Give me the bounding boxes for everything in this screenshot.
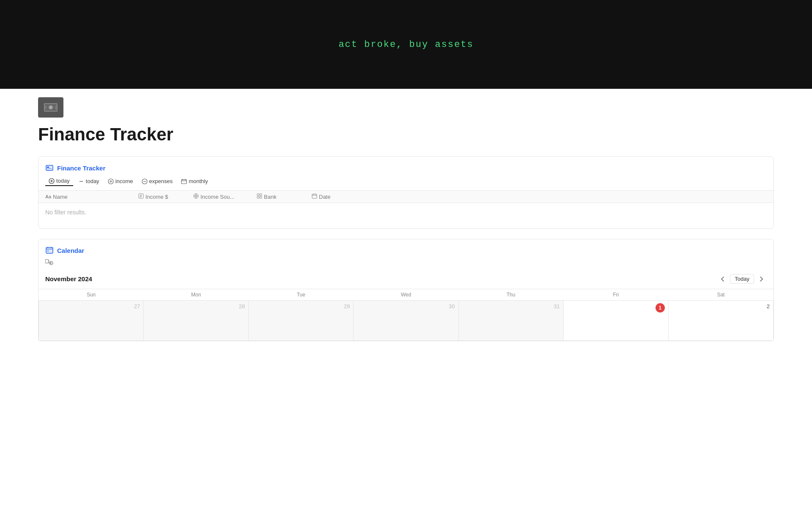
- cal-nav-right: Today: [717, 274, 767, 284]
- monthly-filter[interactable]: monthly: [178, 177, 211, 186]
- hero-tagline: act broke, buy assets: [338, 39, 473, 50]
- col-date-label: Date: [319, 194, 330, 200]
- income-filter-label: income: [115, 178, 133, 184]
- col-sun: Sun: [39, 289, 144, 301]
- calendar-grid: Sun Mon Tue Wed Thu Fri Sat 27 28: [38, 289, 774, 341]
- today-filter-label: today: [86, 178, 99, 184]
- day-num-27: 27: [42, 303, 140, 310]
- cal-db-icon: [45, 246, 54, 255]
- col-source-header[interactable]: Income Sou...: [193, 193, 257, 200]
- cal-cell-31[interactable]: 31: [458, 301, 563, 341]
- income-filter[interactable]: income: [104, 177, 137, 186]
- svg-rect-29: [257, 197, 259, 199]
- svg-text:#: #: [140, 195, 142, 198]
- svg-rect-9: [47, 168, 52, 169]
- cal-prev-button[interactable]: [717, 274, 728, 284]
- svg-rect-30: [260, 197, 262, 199]
- table-header: Aa Name # Income $: [38, 190, 774, 203]
- page-title: Finance Tracker: [38, 124, 774, 145]
- cal-today-button[interactable]: Today: [730, 274, 754, 284]
- calendar-days-header: Sun Mon Tue Wed Thu Fri Sat: [39, 289, 774, 301]
- svg-rect-4: [45, 106, 47, 109]
- day-num-1: 1: [567, 303, 665, 312]
- finance-tracker-link[interactable]: Finance Tracker: [57, 164, 105, 172]
- cal-cell-30[interactable]: 30: [354, 301, 458, 341]
- svg-rect-19: [181, 179, 187, 184]
- col-date-header[interactable]: Date: [312, 193, 367, 200]
- add-today-filter[interactable]: today: [45, 176, 73, 186]
- plus-circle-icon: [49, 178, 55, 184]
- svg-rect-28: [260, 194, 262, 196]
- cal-cell-29[interactable]: 29: [249, 301, 354, 341]
- source-icon: [193, 193, 199, 200]
- col-fri: Fri: [563, 289, 668, 301]
- expenses-filter-label: expenses: [149, 178, 173, 184]
- day-num-2: 2: [672, 303, 770, 310]
- col-wed: Wed: [354, 289, 458, 301]
- cal-month-label: November 2024: [45, 275, 92, 282]
- svg-rect-6: [46, 165, 53, 170]
- number-icon: #: [138, 193, 144, 200]
- main-content: Finance Tracker Finance Tracker: [0, 118, 812, 358]
- cal-cell-2[interactable]: 2: [668, 301, 773, 341]
- col-mon: Mon: [144, 289, 249, 301]
- calendar-widget: Calendar November 2024: [38, 239, 774, 341]
- filter-bar: today today: [38, 176, 774, 190]
- grid-icon: [257, 193, 262, 200]
- cal-next-button[interactable]: [756, 274, 767, 284]
- svg-rect-5: [55, 106, 57, 109]
- no-results-message: No filter results.: [38, 203, 774, 222]
- cal-filter-row: [38, 259, 774, 271]
- monthly-calendar-icon: [181, 178, 187, 184]
- finance-tracker-widget: Finance Tracker today: [38, 156, 774, 229]
- dash-icon: [78, 178, 84, 184]
- cal-cell-28[interactable]: 28: [144, 301, 249, 341]
- calendar-week-row: 27 28 29 30 31: [39, 301, 774, 341]
- cal-db-header: Calendar: [38, 246, 774, 259]
- expenses-filter[interactable]: expenses: [138, 177, 176, 186]
- svg-rect-31: [312, 194, 317, 198]
- col-name-label: Name: [53, 194, 68, 200]
- cash-icon: [43, 100, 58, 115]
- page-icon: [38, 97, 63, 118]
- today-badge: 1: [656, 303, 665, 312]
- col-income-label: Income $: [145, 194, 168, 200]
- page-icon-area: [0, 89, 812, 118]
- day-num-31: 31: [462, 303, 560, 310]
- svg-rect-41: [45, 260, 49, 263]
- cal-cell-27[interactable]: 27: [39, 301, 144, 341]
- col-sat: Sat: [668, 289, 773, 301]
- col-income-header[interactable]: # Income $: [138, 193, 193, 200]
- day-num-29: 29: [252, 303, 350, 310]
- monthly-filter-label: monthly: [189, 178, 208, 184]
- col-name-header[interactable]: Aa Name: [45, 194, 138, 200]
- day-num-30: 30: [357, 303, 455, 310]
- col-source-label: Income Sou...: [200, 194, 234, 200]
- svg-rect-8: [47, 167, 49, 168]
- db-icon: [45, 164, 54, 172]
- col-tue: Tue: [249, 289, 354, 301]
- cal-cell-1-today[interactable]: 1: [563, 301, 668, 341]
- calendar-link[interactable]: Calendar: [57, 247, 84, 254]
- cal-filter-icon[interactable]: [45, 259, 54, 267]
- col-thu: Thu: [458, 289, 563, 301]
- cal-navigation: November 2024 Today: [38, 271, 774, 289]
- day-num-28: 28: [147, 303, 245, 310]
- text-field-icon: Aa: [45, 194, 51, 199]
- col-bank-label: Bank: [264, 194, 277, 200]
- svg-rect-35: [46, 247, 53, 253]
- db-header: Finance Tracker: [38, 164, 774, 176]
- date-calendar-icon: [312, 193, 317, 200]
- col-bank-header[interactable]: Bank: [257, 193, 312, 200]
- income-circle-icon: [108, 178, 114, 184]
- expenses-circle-icon: [142, 178, 148, 184]
- hero-banner: act broke, buy assets: [0, 0, 812, 89]
- today-filter[interactable]: today: [75, 177, 103, 186]
- svg-rect-27: [257, 194, 259, 196]
- add-today-label: today: [56, 178, 70, 184]
- svg-point-3: [49, 106, 52, 109]
- svg-rect-40: [47, 250, 49, 252]
